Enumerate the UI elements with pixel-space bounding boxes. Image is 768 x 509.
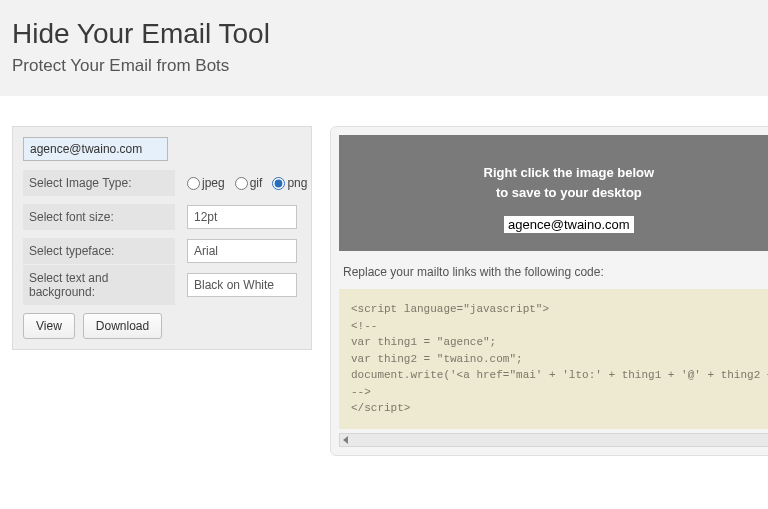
download-button[interactable]: Download (83, 313, 162, 339)
code-output[interactable]: <script language="javascript"><!--var th… (339, 289, 768, 429)
radio-png-label[interactable]: png (272, 176, 307, 190)
code-box-wrap: <script language="javascript"><!--var th… (339, 289, 768, 447)
horizontal-scrollbar[interactable] (339, 433, 768, 447)
colors-row: Select text and background: (23, 271, 301, 299)
image-type-label: Select Image Type: (23, 170, 175, 196)
typeface-row: Select typeface: (23, 237, 301, 265)
preview-instruction-line1: Right click the image below (484, 165, 654, 180)
font-size-label: Select font size: (23, 204, 175, 230)
radio-gif[interactable] (235, 177, 248, 190)
typeface-label: Select typeface: (23, 238, 175, 264)
preview-instruction-line2: to save to your desktop (496, 185, 642, 200)
main-content: Select Image Type: jpeg gif png Select f… (0, 96, 768, 468)
image-preview-area: Right click the image below to save to y… (339, 135, 768, 251)
radio-jpeg-label[interactable]: jpeg (187, 176, 225, 190)
preview-instructions: Right click the image below to save to y… (349, 163, 768, 202)
page-header: Hide Your Email Tool Protect Your Email … (0, 0, 768, 96)
typeface-input[interactable] (187, 239, 297, 263)
view-button[interactable]: View (23, 313, 75, 339)
radio-jpeg[interactable] (187, 177, 200, 190)
colors-input[interactable] (187, 273, 297, 297)
page-subtitle: Protect Your Email from Bots (12, 56, 756, 76)
page-title: Hide Your Email Tool (12, 18, 756, 50)
font-size-row: Select font size: (23, 203, 301, 231)
image-type-radios: jpeg gif png (175, 176, 307, 190)
code-text: <script language="javascript"><!--var th… (351, 303, 768, 414)
code-instruction-label: Replace your mailto links with the follo… (343, 265, 768, 279)
radio-gif-label[interactable]: gif (235, 176, 263, 190)
colors-label: Select text and background: (23, 265, 175, 305)
output-panel: Right click the image below to save to y… (330, 126, 768, 456)
radio-png[interactable] (272, 177, 285, 190)
email-input[interactable] (23, 137, 168, 161)
font-size-input[interactable] (187, 205, 297, 229)
generated-email-image[interactable]: agence@twaino.com (504, 216, 634, 233)
button-row: View Download (23, 313, 301, 339)
form-panel: Select Image Type: jpeg gif png Select f… (12, 126, 312, 350)
image-type-row: Select Image Type: jpeg gif png (23, 169, 301, 197)
